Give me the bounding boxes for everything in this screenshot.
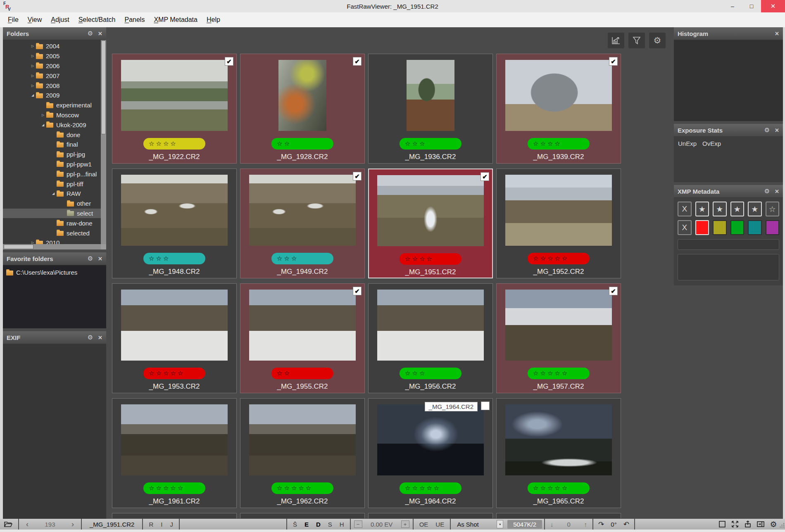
collapsed-expander-icon[interactable]: ▷ — [29, 84, 36, 88]
folder-item-done[interactable]: done — [3, 130, 101, 140]
xmp-description-field[interactable] — [678, 254, 779, 280]
xmp-star-button-1[interactable]: ★ — [695, 202, 709, 216]
favorite-folder-item[interactable]: C:\Users\lexa\Pictures — [3, 268, 106, 277]
menu-item-file[interactable]: File — [3, 16, 23, 24]
gear-icon[interactable]: ⚙ — [88, 255, 93, 262]
thumbnail-cell-partial[interactable] — [112, 513, 237, 518]
expanded-expander-icon[interactable]: ◢ — [40, 123, 46, 127]
menu-item-panels[interactable]: Panels — [120, 16, 150, 24]
thumbnail-cell-mg-1957-cr2[interactable]: ☆☆☆☆☆_MG_1957.CR2✔ — [496, 283, 621, 393]
selection-checkbox[interactable]: ✔ — [609, 57, 618, 66]
close-icon[interactable]: ✕ — [775, 127, 779, 133]
thumbnail-cell-mg-1939-cr2[interactable]: ☆☆☆☆_MG_1939.CR2✔ — [496, 54, 621, 164]
menu-item-help[interactable]: Help — [202, 16, 225, 24]
selection-checkbox[interactable]: ✔ — [609, 287, 618, 295]
gear-icon[interactable]: ⚙ — [649, 33, 666, 48]
xmp-label-purple[interactable] — [766, 220, 780, 235]
collapsed-expander-icon[interactable]: ▷ — [29, 74, 36, 78]
thumbnail-cell-mg-1949-cr2[interactable]: ☆☆☆_MG_1949.CR2✔ — [240, 169, 365, 278]
menu-item-adjust[interactable]: Adjust — [46, 16, 74, 24]
menu-item-view[interactable]: View — [23, 16, 46, 24]
folder-item-2010[interactable]: ▷2010 — [3, 238, 101, 244]
selection-checkbox[interactable]: ✔ — [353, 57, 362, 66]
folder-item-ppl-p-final[interactable]: ppl-p...final — [3, 169, 101, 179]
folder-item-select[interactable]: select — [3, 209, 101, 218]
thumbnail-cell-mg-1953-cr2[interactable]: ☆☆☆☆☆_MG_1953.CR2 — [112, 283, 237, 393]
xmp-star-button-4[interactable]: ★ — [748, 202, 762, 216]
selection-checkbox[interactable]: ✔ — [353, 172, 362, 180]
next-file-button[interactable]: › — [67, 520, 79, 529]
display-button-e[interactable]: E — [301, 521, 312, 528]
thumbnail-cell-partial[interactable] — [368, 513, 493, 518]
xmp-star-button-2[interactable]: ★ — [713, 202, 727, 216]
display-button-s[interactable]: S — [324, 521, 336, 528]
xmp-label-yellow[interactable] — [713, 220, 727, 235]
fit-screen-icon[interactable] — [730, 520, 740, 529]
folder-item-raw-done[interactable]: raw-done — [3, 218, 101, 228]
display-button-h[interactable]: H — [336, 521, 348, 528]
settings-icon[interactable]: ⚙ — [768, 520, 778, 529]
selection-checkbox[interactable] — [481, 401, 490, 410]
histogram-chart-icon[interactable] — [608, 33, 624, 48]
thumbnail-cell-partial[interactable] — [240, 513, 365, 518]
xmp-label-green[interactable] — [730, 220, 745, 235]
horizontal-scrollbar[interactable] — [3, 244, 101, 249]
folder-item-experimental[interactable]: experimental — [3, 100, 101, 110]
format-button-r[interactable]: R — [145, 521, 157, 528]
gear-icon[interactable]: ⚙ — [88, 30, 93, 37]
ev-minus-button[interactable]: − — [354, 520, 362, 528]
maximize-button[interactable]: □ — [742, 0, 761, 12]
thumbnail-cell-mg-1965-cr2[interactable]: ☆☆☆☆☆_MG_1965.CR2 — [496, 398, 621, 508]
folder-item-ukok-2009[interactable]: ◢Ukok-2009 — [3, 120, 101, 130]
collapsed-expander-icon[interactable]: ▷ — [29, 44, 36, 48]
resize-grip[interactable] — [780, 522, 785, 529]
collapsed-expander-icon[interactable]: ▷ — [29, 64, 36, 68]
open-folder-icon[interactable] — [0, 520, 16, 528]
thumbnail-cell-mg-1952-cr2[interactable]: ☆☆☆☆☆_MG_1952.CR2 — [496, 169, 621, 278]
ev-plus-button[interactable]: + — [401, 520, 409, 528]
folder-item-ppl-jpg[interactable]: ppl-jpg — [3, 150, 101, 159]
close-icon[interactable]: ✕ — [775, 188, 779, 195]
xmp-star-button-5[interactable]: ☆ — [766, 202, 780, 216]
collapsed-expander-icon[interactable]: ▷ — [29, 241, 36, 244]
scrollbar-thumb[interactable] — [101, 40, 106, 134]
export-icon[interactable] — [743, 520, 753, 529]
folder-item-2006[interactable]: ▷2006 — [3, 61, 101, 71]
collapsed-expander-icon[interactable]: ▷ — [29, 54, 36, 58]
xmp-title-field[interactable] — [678, 239, 779, 250]
display-button-s[interactable]: S̄ — [289, 521, 301, 528]
frame-icon[interactable] — [717, 520, 727, 529]
gear-icon[interactable]: ⚙ — [88, 334, 93, 341]
selection-checkbox[interactable]: ✔ — [481, 172, 489, 181]
label-down-button[interactable]: ↓ — [547, 521, 557, 528]
folder-item-ppl-ppw1[interactable]: ppl-ppw1 — [3, 159, 101, 169]
display-button-d[interactable]: D — [312, 521, 324, 528]
xmp-clear-label-button[interactable]: X — [678, 220, 692, 235]
expanded-expander-icon[interactable]: ◢ — [50, 192, 57, 195]
minimize-button[interactable]: – — [723, 0, 742, 12]
thumbnail-cell-mg-1964-cr2[interactable]: ☆☆☆☆☆_MG_1964.CR2_MG_1964.CR2 — [368, 398, 493, 508]
folder-item-2009[interactable]: ◢2009 — [3, 90, 101, 100]
close-icon[interactable]: ✕ — [98, 31, 102, 37]
filter-icon[interactable] — [628, 33, 645, 48]
prev-file-button[interactable]: ‹ — [21, 520, 33, 529]
thumbnail-cell-mg-1936-cr2[interactable]: ☆☆☆_MG_1936.CR2 — [368, 54, 493, 164]
folder-item-ppl-tiff[interactable]: ppl-tiff — [3, 179, 101, 189]
folder-item-other[interactable]: other — [3, 199, 101, 209]
format-button-i[interactable]: I — [157, 521, 166, 528]
exposure-button-oe[interactable]: OE — [416, 521, 432, 528]
xmp-clear-rating-button[interactable]: X — [678, 202, 692, 216]
wb-dropdown-button[interactable]: ▾ — [497, 520, 503, 528]
format-button-j[interactable]: J — [166, 521, 177, 528]
panel-toggle-icon[interactable] — [756, 520, 766, 529]
thumbnail-cell-mg-1956-cr2[interactable]: ☆☆☆_MG_1956.CR2 — [368, 283, 493, 393]
close-icon[interactable]: ✕ — [98, 335, 102, 341]
folder-item-raw[interactable]: ◢RAW — [3, 189, 101, 199]
folder-item-final[interactable]: final — [3, 140, 101, 150]
wb-preset-select[interactable]: As Shot — [453, 521, 497, 528]
close-button[interactable]: ✕ — [761, 0, 785, 12]
xmp-label-red[interactable] — [695, 220, 709, 235]
thumbnail-cell-mg-1948-cr2[interactable]: ☆☆☆_MG_1948.CR2 — [112, 169, 237, 278]
label-up-button[interactable]: ↑ — [581, 521, 591, 528]
menu-item-select-batch[interactable]: Select/Batch — [74, 16, 120, 24]
